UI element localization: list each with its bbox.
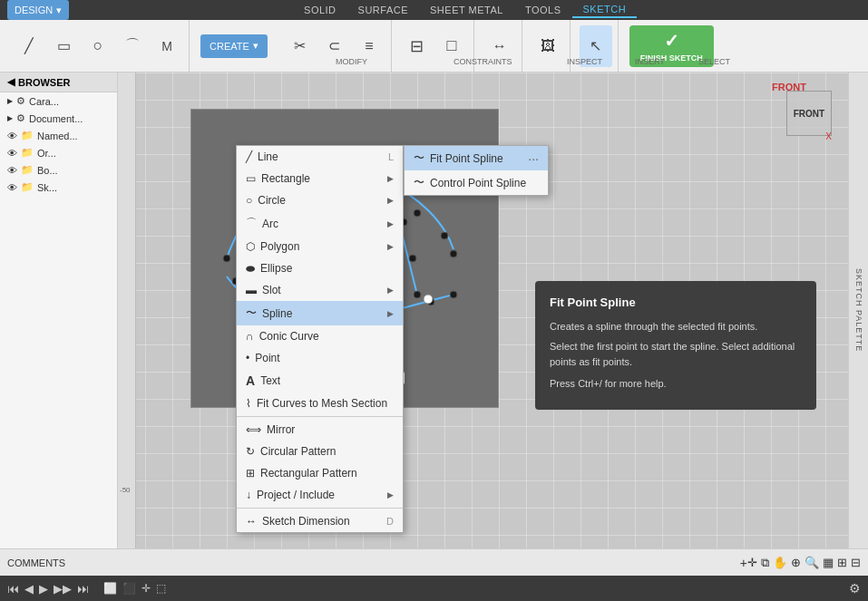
toolbar-line-group: ╱ ▭ ○ ⌒ M	[7, 20, 190, 72]
menu-item-circle[interactable]: ○ Circle	[237, 189, 403, 211]
copy-icon[interactable]: ⧉	[761, 556, 769, 570]
sidebar-bo-label: Bo...	[37, 165, 58, 176]
toolbar-line-btn[interactable]: ╱	[13, 25, 45, 67]
toolbar-constraints-group: ⊟ □ CONSTRAINTS	[395, 20, 474, 72]
tab-sketch[interactable]: SKETCH	[572, 2, 638, 18]
status-bar: ⏮ ◀ ▶ ▶▶ ⏭ ⬜ ⬛ ✛ ⬚ ⚙	[0, 576, 868, 601]
menu-item-conic[interactable]: ∩ Conic Curve	[237, 325, 403, 347]
spline-menu-icon: 〜	[246, 305, 257, 321]
sidebar-item-bo[interactable]: 👁 📁 Bo...	[0, 161, 117, 179]
sidebar-item-named[interactable]: 👁 📁 Named...	[0, 127, 117, 144]
browser-collapse-icon[interactable]: ◀	[7, 76, 15, 88]
conic-menu-icon: ∩	[246, 330, 254, 343]
play-btn[interactable]: ▶	[39, 582, 48, 596]
play-last-btn[interactable]: ⏭	[77, 582, 89, 596]
menu-separator1	[237, 416, 403, 417]
menu-separator2	[237, 508, 403, 509]
settings-icon-container[interactable]: ⚙	[849, 581, 861, 596]
status-icons: ⬜ ⬛ ✛ ⬚	[103, 582, 166, 595]
display1-icon[interactable]: ▦	[823, 556, 834, 569]
menu-item-project[interactable]: ↓ Project / Include	[237, 484, 403, 506]
menu-item-arc[interactable]: ⌒ Arc	[237, 211, 403, 236]
menu-item-fitcurves[interactable]: ⌇ Fit Curves to Mesh Section	[237, 393, 403, 414]
eye-icon3: 👁	[7, 148, 17, 159]
menu-item-slot[interactable]: ▬ Slot	[237, 279, 403, 301]
twopoint-icon: ▭	[57, 37, 71, 54]
submenu-item-controlpoint[interactable]: 〜 Control Point Spline	[405, 170, 548, 195]
toolbar-polygon-btn[interactable]: M	[151, 25, 183, 67]
menu-item-ellipse[interactable]: ⬬ Ellipse	[237, 257, 403, 279]
submenu-item-fitpoint[interactable]: 〜 Fit Point Spline ···	[405, 146, 548, 170]
menu-text-label: Text	[260, 374, 280, 387]
tab-tools[interactable]: TOOLS	[514, 3, 572, 17]
select-icon: ↖	[590, 37, 601, 54]
folder-icon4: 📁	[21, 164, 34, 176]
move-icon[interactable]: ✛	[747, 556, 757, 569]
tab-solid[interactable]: SOLID	[293, 3, 347, 17]
project-menu-icon: ↓	[246, 489, 251, 501]
toolbar-trim-btn[interactable]: ✂	[284, 25, 317, 67]
point-menu-icon: •	[246, 352, 249, 364]
menu-item-point[interactable]: • Point	[237, 347, 403, 369]
hand-icon[interactable]: ✋	[773, 556, 787, 569]
sidebar-item-sk[interactable]: 👁 📁 Sk...	[0, 179, 117, 196]
folder-icon: 📁	[21, 130, 34, 141]
play-next-btn[interactable]: ▶▶	[54, 582, 72, 596]
play-prev-btn[interactable]: ◀	[24, 582, 34, 596]
create-dropdown[interactable]: CREATE ▾	[200, 34, 268, 58]
playback-controls: ⏮ ◀ ▶ ▶▶ ⏭	[7, 582, 89, 596]
toolbar-modify-group: ✂ ⊂ ≡ MODIFY	[278, 20, 392, 72]
eye-icon5: 👁	[7, 182, 17, 193]
tooltip-desc1: Creates a spline through the selected fi…	[550, 319, 802, 334]
display3-icon[interactable]: ⊟	[851, 556, 861, 569]
zoom-icon[interactable]: ⊕	[791, 556, 801, 569]
menu-item-rectangle[interactable]: ▭ Rectangle	[237, 168, 403, 189]
expand-icon2: ▶	[7, 114, 13, 122]
play-first-btn[interactable]: ⏮	[7, 582, 19, 596]
menu-item-spline[interactable]: 〜 Spline	[237, 301, 403, 325]
rectangular-menu-icon: ⊞	[246, 467, 255, 480]
create-menu: ╱ Line L ▭ Rectangle ○ Circle ⌒ Arc ⬡ Po…	[236, 145, 404, 533]
status-icon2[interactable]: ⬛	[122, 582, 136, 595]
svg-point-35	[424, 295, 433, 304]
sidebar-item-or[interactable]: 👁 📁 Or...	[0, 144, 117, 161]
menu-item-circular[interactable]: ↻ Circular Pattern	[237, 441, 403, 462]
tab-surface[interactable]: SURFACE	[347, 3, 419, 17]
slot-menu-icon: ▬	[246, 284, 257, 296]
expand-icon: ▶	[7, 97, 13, 105]
menu-ellipse-label: Ellipse	[260, 262, 292, 275]
status-icon3[interactable]: ✛	[141, 582, 151, 595]
menu-project-label: Project / Include	[257, 489, 335, 501]
toolbar-arc-btn[interactable]: ⌒	[116, 25, 149, 67]
zoom2-icon[interactable]: 🔍	[805, 556, 819, 569]
toolbar-constraint1-btn[interactable]: ⊟	[401, 25, 434, 67]
menu-item-text[interactable]: A Text	[237, 369, 403, 393]
comments-section: COMMENTS +	[7, 556, 747, 570]
eye-icon: 👁	[7, 131, 17, 141]
tooltip-title: Fit Point Spline	[550, 294, 802, 312]
tab-sheetmetal[interactable]: SHEET METAL	[419, 3, 514, 17]
menu-item-line[interactable]: ╱ Line L	[237, 146, 403, 168]
menu-item-mirror[interactable]: ⟺ Mirror	[237, 419, 403, 441]
dim-menu-icon: ↔	[246, 515, 257, 528]
gear-icon: ⚙	[16, 95, 25, 107]
status-icon1[interactable]: ⬜	[103, 582, 117, 595]
view-cube[interactable]: FRONT	[786, 91, 832, 136]
modify-label: MODIFY	[336, 57, 367, 66]
toolbar-circle-btn[interactable]: ○	[82, 25, 114, 67]
constraints-label: CONSTRAINTS	[454, 57, 512, 66]
comments-add-icon[interactable]: +	[740, 556, 747, 570]
menu-item-polygon[interactable]: ⬡ Polygon	[237, 236, 403, 257]
display2-icon[interactable]: ⊞	[837, 556, 847, 569]
main-area: ◀ BROWSER ▶ ⚙ Cara... ▶ ⚙ Document... 👁 …	[0, 73, 868, 548]
constraint2-icon: □	[446, 36, 456, 55]
toolbar-twopoint-btn[interactable]: ▭	[47, 25, 80, 67]
toolbar-insert-btn[interactable]: 🖼	[532, 25, 564, 67]
sidebar-item-cara[interactable]: ▶ ⚙ Cara...	[0, 92, 117, 110]
menu-item-rectangular[interactable]: ⊞ Rectangular Pattern	[237, 462, 403, 484]
design-button[interactable]: DESIGN ▾	[7, 0, 69, 20]
status-icon4[interactable]: ⬚	[156, 582, 166, 595]
canvas[interactable]: -50	[118, 73, 868, 548]
menu-item-sketchdim[interactable]: ↔ Sketch Dimension D	[237, 510, 403, 532]
sidebar-item-document[interactable]: ▶ ⚙ Document...	[0, 110, 117, 127]
